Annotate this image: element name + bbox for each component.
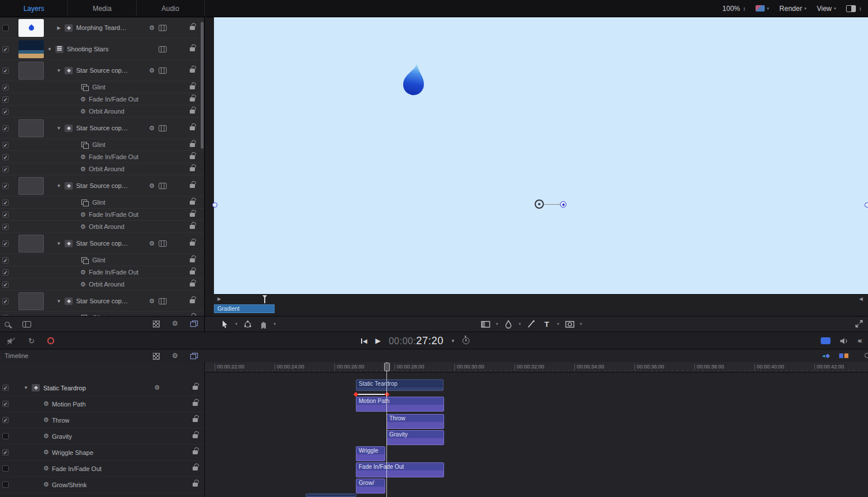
timeline-layer-row[interactable]: ✓⚙Motion Path	[0, 396, 204, 412]
unlock-icon[interactable]	[190, 97, 195, 101]
activation-checkbox[interactable]: ✓	[2, 315, 9, 317]
brush-tool[interactable]	[526, 319, 536, 329]
unlock-icon[interactable]	[193, 483, 198, 487]
chevron-down-icon[interactable]: ▾	[580, 322, 583, 326]
layer-row[interactable]: ✓⚙Fade In/Fade Out	[0, 209, 204, 221]
unlock-icon[interactable]	[193, 450, 198, 454]
layer-row[interactable]: ✓Glint	[0, 312, 204, 316]
gear-button[interactable]: ⚙	[149, 183, 155, 189]
unlock-icon[interactable]	[190, 85, 195, 89]
gradient-clip-bar[interactable]: Gradient	[214, 304, 275, 313]
unlock-icon[interactable]	[190, 110, 195, 114]
disclosure-triangle[interactable]: ▼	[55, 126, 62, 131]
activation-checkbox[interactable]: ✓	[2, 212, 9, 218]
record-icon[interactable]	[47, 337, 54, 344]
disclosure-triangle[interactable]: ▼	[55, 183, 62, 189]
disclosure-triangle[interactable]: ▶	[55, 25, 62, 31]
in-point-marker[interactable]: ▶	[217, 296, 221, 302]
unlock-icon[interactable]	[190, 155, 195, 159]
pan-tool[interactable]	[258, 319, 269, 329]
unlock-icon[interactable]	[190, 283, 195, 287]
media-icon[interactable]	[159, 67, 167, 74]
layer-row[interactable]: ✓⚙Fade In/Fade Out	[0, 93, 204, 106]
mask-tool[interactable]	[565, 319, 575, 329]
timeline-bar[interactable]: Gravity	[386, 430, 444, 445]
timeline-layer-row[interactable]: ⚙Fade In/Fade Out	[0, 461, 204, 477]
timeline-bar[interactable]: Wriggle	[356, 446, 385, 461]
layer-row[interactable]: ✓Glint	[0, 197, 204, 209]
keyframe-segment[interactable]	[356, 394, 387, 395]
layer-row[interactable]: ✓⚙Fade In/Fade Out	[0, 151, 204, 163]
unlock-icon[interactable]	[190, 213, 195, 217]
layer-row[interactable]: ✓▼Star Source cop…⚙	[0, 118, 204, 139]
columns-icon[interactable]	[22, 321, 31, 327]
rectangle-tool[interactable]	[480, 319, 491, 329]
activation-checkbox[interactable]: ✓	[2, 67, 9, 74]
audio-icon[interactable]	[840, 337, 848, 345]
activation-checkbox[interactable]	[2, 465, 9, 472]
layer-row[interactable]: ✓⚙Orbit Around	[0, 278, 204, 291]
zoom-control[interactable]: 100% ▴▾	[723, 5, 745, 13]
unlock-icon[interactable]	[193, 434, 198, 438]
layer-row[interactable]: ✓⚙Fade In/Fade Out	[0, 266, 204, 278]
media-icon[interactable]	[159, 183, 167, 189]
gear-icon[interactable]: ⚙	[172, 352, 178, 359]
timeline-bar[interactable]	[306, 494, 356, 497]
layer-row[interactable]: ▶Morphing Teard…⚙	[0, 17, 204, 39]
unlock-icon[interactable]	[190, 225, 195, 229]
unlock-icon[interactable]	[190, 47, 195, 51]
disclosure-triangle[interactable]: ▼	[22, 385, 29, 390]
chevron-down-icon[interactable]: ▾	[235, 322, 238, 326]
unlock-icon[interactable]	[190, 299, 195, 303]
activation-checkbox[interactable]: ✓	[2, 240, 9, 247]
media-icon[interactable]	[159, 46, 167, 52]
view-menu[interactable]: View ▾	[817, 5, 836, 13]
unlock-icon[interactable]	[190, 26, 195, 30]
disclosure-triangle[interactable]: ▼	[55, 68, 62, 73]
unlock-icon[interactable]	[190, 258, 195, 262]
chevron-down-icon[interactable]: ▾	[274, 322, 276, 326]
tab-media[interactable]: Media	[68, 0, 136, 17]
activation-checkbox[interactable]: ✓	[2, 298, 9, 304]
layer-row[interactable]: ✓▼Shooting Stars	[0, 39, 204, 60]
gear-button[interactable]: ⚙	[149, 298, 155, 304]
chevron-down-icon[interactable]: ▾	[452, 338, 454, 344]
unlock-icon[interactable]	[193, 402, 198, 406]
unlock-icon[interactable]	[190, 270, 195, 274]
go-to-start-icon[interactable]: ◀	[361, 338, 367, 344]
layer-row[interactable]: ✓⚙Orbit Around	[0, 106, 204, 118]
gear-button[interactable]: ⚙	[149, 67, 155, 74]
unlock-icon[interactable]	[193, 466, 198, 470]
layers-filter-icon[interactable]	[190, 353, 198, 359]
paint-tool[interactable]	[503, 319, 514, 329]
activation-checkbox[interactable]: ✓	[2, 401, 9, 407]
tab-layers[interactable]: Layers	[0, 0, 68, 17]
timeline-layer-row[interactable]: ✓⚙Throw	[0, 412, 204, 428]
pane-toggle[interactable]: ▴▾	[846, 5, 861, 12]
layer-row[interactable]: ✓⚙Orbit Around	[0, 163, 204, 175]
play-icon[interactable]: ▶	[375, 337, 381, 345]
current-timecode[interactable]: 00:00: 27:20	[389, 335, 444, 347]
collapse-chevrons-icon[interactable]: ‹‹‹	[858, 337, 862, 345]
timeline-layer-row[interactable]: ✓⚙Wriggle Shape	[0, 445, 204, 461]
unlock-icon[interactable]	[190, 69, 195, 73]
layer-row[interactable]: ✓▼Star Source cop…⚙	[0, 291, 204, 312]
background-swatch-menu[interactable]: ▾	[756, 5, 769, 12]
tab-audio[interactable]: Audio	[137, 0, 205, 17]
render-menu[interactable]: Render ▾	[779, 5, 806, 13]
timeline-layer-row[interactable]: ✓▼Static Teardrop⚙	[0, 380, 204, 396]
mini-playhead[interactable]	[264, 295, 265, 303]
activation-checkbox[interactable]: ✓	[2, 224, 9, 230]
layer-row[interactable]: ✓▼Star Source cop…⚙	[0, 233, 204, 254]
scrollbar[interactable]	[201, 22, 204, 149]
activation-checkbox[interactable]: ✓	[2, 96, 9, 103]
layer-row[interactable]: ✓Glint	[0, 81, 204, 93]
layers-filter-icon[interactable]	[190, 321, 198, 327]
checkerboard-filter-icon[interactable]	[153, 321, 160, 327]
activation-checkbox[interactable]	[2, 25, 9, 31]
search-icon[interactable]	[5, 322, 10, 327]
canvas-left-handle[interactable]	[212, 202, 217, 208]
mini-timeline[interactable]: ▶ ◀ Gradient	[214, 294, 868, 316]
chevron-down-icon[interactable]: ▾	[519, 322, 521, 326]
activation-checkbox[interactable]: ✓	[2, 269, 9, 276]
